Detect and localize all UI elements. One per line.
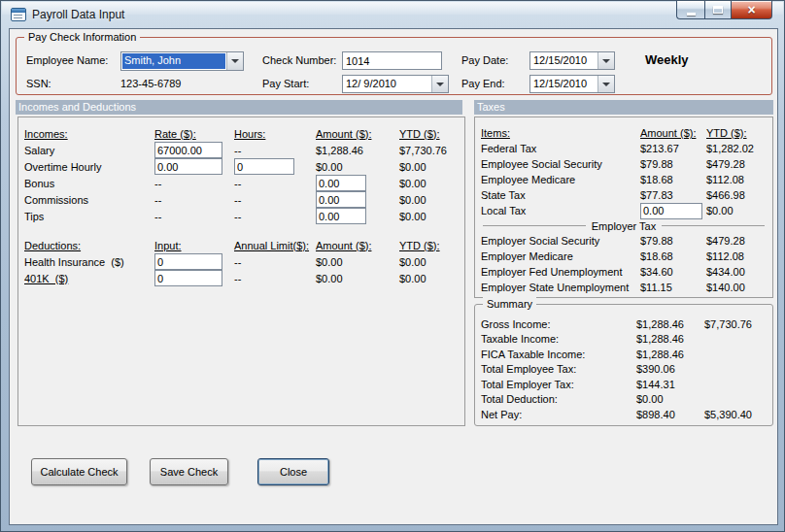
amount-cell: $79.88 — [640, 158, 706, 170]
chevron-down-icon — [602, 59, 610, 63]
input-cell — [154, 270, 234, 286]
amount-cell: $144.31 — [636, 379, 704, 390]
pay-date-datepicker[interactable]: 12/15/2010 — [529, 51, 615, 70]
row-label: Taxable Income: — [481, 333, 636, 345]
ytd-cell: $7,730.76 — [399, 145, 459, 156]
hours-cell: -- — [234, 194, 316, 206]
employer-taxes-table: Employer Social Security $79.88 $479.28 … — [481, 233, 767, 295]
divider-line — [483, 225, 586, 226]
divider-line — [662, 225, 765, 226]
amount-cell: $77.83 — [640, 189, 706, 201]
row-label: Tips — [24, 211, 154, 222]
row-label: Employer State Unemployment — [481, 282, 640, 293]
ytd-cell: $0.00 — [706, 205, 767, 216]
pay-start-label: Pay Start: — [262, 78, 309, 90]
employee-name-label: Employee Name: — [26, 54, 108, 67]
deductions-table: Deductions: Input: Annual Limit($): Amou… — [24, 237, 459, 286]
ytd-cell: $479.28 — [706, 235, 767, 247]
minimize-icon — [687, 13, 696, 16]
limit-cell: -- — [234, 256, 316, 268]
employee-name-value: Smith, John — [122, 53, 225, 69]
amount-cell: $1,288.46 — [636, 318, 704, 330]
employee-name-dropdown-button[interactable] — [226, 52, 243, 70]
col-header-ytd: YTD ($): — [706, 127, 767, 139]
close-button[interactable]: Close — [257, 458, 329, 485]
summary-groupbox: Summary Gross Income: $1,288.46 $7,730.7… — [474, 304, 773, 426]
col-header-amount: Amount ($): — [640, 127, 706, 139]
row-label: Local Tax — [481, 205, 640, 216]
salary-rate-input[interactable] — [154, 142, 222, 158]
local-tax-input[interactable] — [640, 203, 702, 219]
col-header-input: Input: — [154, 240, 234, 251]
amount-cell: $0.00 — [316, 161, 399, 173]
pay-date-dropdown-button[interactable] — [597, 52, 614, 69]
check-number-label: Check Number: — [262, 54, 336, 67]
section-header-incomes-deductions: Incomes and Deductions — [16, 100, 462, 115]
bonus-amount-input[interactable] — [316, 175, 366, 191]
pay-date-label: Pay Date: — [461, 54, 508, 67]
hours-cell: -- — [234, 145, 316, 156]
ytd-cell: $112.08 — [706, 250, 767, 262]
pay-date-value: 12/15/2010 — [530, 52, 597, 69]
row-label: Employee Social Security — [481, 158, 640, 170]
chevron-down-icon — [231, 59, 239, 63]
minimize-button[interactable] — [676, 1, 704, 19]
tips-amount-input[interactable] — [316, 208, 366, 224]
row-label: Federal Tax — [481, 143, 640, 154]
limit-cell: -- — [234, 273, 316, 284]
rate-cell: -- — [154, 178, 234, 189]
commissions-amount-input[interactable] — [316, 191, 366, 208]
401k-link[interactable]: 401K ($) — [24, 273, 154, 284]
ssn-label: SSN: — [26, 78, 51, 90]
close-window-button[interactable]: × — [732, 1, 772, 19]
check-number-input[interactable] — [342, 51, 442, 70]
save-check-button[interactable]: Save Check — [150, 458, 228, 485]
rate-cell: -- — [154, 194, 234, 206]
ytd-cell: $479.28 — [706, 158, 767, 170]
titlebar[interactable]: Payroll Data Input — [1, 1, 784, 28]
chevron-down-icon — [436, 83, 444, 86]
col-header-rate: Rate ($): — [154, 128, 234, 140]
summary-legend: Summary — [483, 297, 536, 311]
pay-start-dropdown-button[interactable] — [431, 76, 448, 92]
401k-input[interactable] — [154, 270, 222, 286]
row-label: Gross Income: — [481, 318, 636, 330]
col-header-ytd: YTD ($): — [399, 128, 459, 140]
close-icon: × — [747, 3, 755, 17]
maximize-icon — [713, 6, 723, 14]
incomes-table: Incomes: Rate ($): Hours: Amount ($): YT… — [24, 125, 459, 224]
pay-start-datepicker[interactable]: 12/ 9/2010 — [342, 75, 449, 93]
row-label: Total Employee Tax: — [481, 363, 636, 375]
pay-frequency: Weekly — [645, 53, 689, 66]
overtime-hours-input[interactable] — [234, 158, 294, 175]
amount-cell: $0.00 — [316, 273, 399, 284]
maximize-button[interactable] — [704, 1, 732, 19]
col-header-amount: Amount ($): — [316, 128, 399, 140]
row-label: Total Employer Tax: — [481, 379, 636, 390]
window-controls: × — [676, 1, 772, 19]
ssn-value: 123-45-6789 — [120, 78, 181, 90]
health-insurance-input[interactable] — [154, 253, 222, 270]
row-label: FICA Taxable Income: — [481, 349, 636, 360]
row-label: Employer Fed Unemployment — [481, 266, 640, 278]
amount-cell: $18.68 — [640, 250, 706, 262]
input-cell — [154, 253, 234, 270]
section-header-taxes: Taxes — [474, 100, 773, 115]
client-area: Pay Check Information Employee Name: Smi… — [9, 28, 778, 525]
calculate-check-button[interactable]: Calculate Check — [31, 458, 127, 485]
ytd-cell: $434.00 — [706, 266, 767, 278]
col-header-deductions: Deductions: — [24, 240, 154, 251]
row-label: Overtime Hourly — [24, 161, 154, 173]
col-header-incomes: Incomes: — [24, 128, 154, 140]
ytd-cell: $0.00 — [399, 273, 459, 284]
col-header-ytd: YTD ($): — [399, 240, 459, 251]
overtime-rate-input[interactable] — [154, 158, 222, 175]
ytd-cell: $0.00 — [399, 178, 459, 189]
employee-name-select[interactable]: Smith, John — [120, 51, 244, 71]
pay-end-dropdown-button[interactable] — [597, 76, 614, 92]
amount-cell — [316, 175, 399, 191]
rate-cell: -- — [154, 211, 234, 222]
pay-end-datepicker[interactable]: 12/15/2010 — [529, 75, 615, 93]
row-label: Employer Social Security — [481, 235, 640, 247]
app-icon — [11, 8, 26, 21]
